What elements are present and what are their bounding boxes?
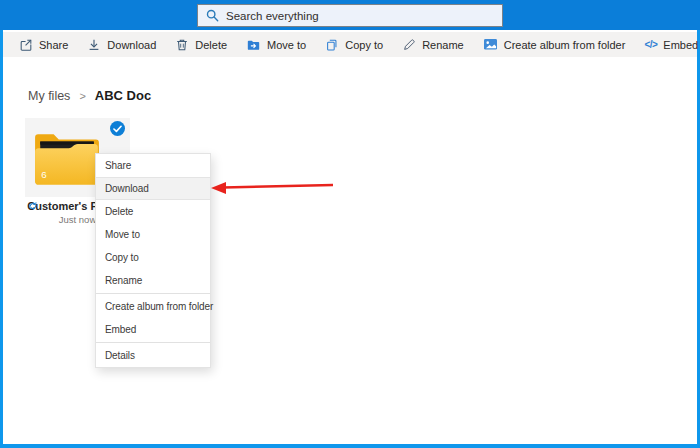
context-menu-item-share[interactable]: Share — [96, 154, 210, 177]
window-border-left — [0, 0, 3, 448]
toolbar-download-button[interactable]: Download — [87, 38, 156, 52]
breadcrumb-separator: > — [79, 90, 85, 102]
context-menu-item-embed[interactable]: Embed — [96, 318, 210, 341]
toolbar-embed-label: Embed — [663, 39, 698, 51]
top-app-bar — [0, 0, 700, 30]
share-icon — [19, 38, 33, 52]
selection-check-badge[interactable] — [110, 121, 125, 136]
move-to-icon — [246, 38, 261, 52]
toolbar-create-album-label: Create album from folder — [504, 39, 626, 51]
toolbar-move-to-label: Move to — [267, 39, 306, 51]
toolbar-share-label: Share — [39, 39, 68, 51]
folder-item-count: 6 — [41, 169, 46, 180]
search-icon — [206, 9, 219, 22]
search-box[interactable] — [197, 4, 503, 27]
toolbar-embed-button[interactable]: </> Embed — [644, 39, 698, 51]
sync-icon — [28, 197, 38, 215]
context-menu-item-move-to[interactable]: Move to — [96, 223, 210, 246]
toolbar-rename-label: Rename — [422, 39, 464, 51]
context-menu-item-create-album[interactable]: Create album from folder — [96, 295, 210, 318]
toolbar-delete-button[interactable]: Delete — [175, 38, 227, 52]
delete-icon — [175, 38, 189, 52]
check-icon — [113, 125, 122, 133]
onedrive-window: Share Download Delete Move — [0, 0, 700, 448]
download-icon — [87, 38, 101, 52]
album-icon — [483, 38, 498, 51]
toolbar-copy-to-button[interactable]: Copy to — [325, 38, 383, 52]
rename-icon — [402, 38, 416, 52]
breadcrumb: My files > ABC Doc — [28, 88, 151, 103]
embed-icon: </> — [644, 39, 657, 50]
context-menu-item-details[interactable]: Details — [96, 344, 210, 367]
search-input[interactable] — [226, 10, 494, 22]
toolbar-delete-label: Delete — [195, 39, 227, 51]
toolbar-download-label: Download — [107, 39, 156, 51]
window-border-bottom — [0, 444, 700, 448]
breadcrumb-current-folder[interactable]: ABC Doc — [95, 88, 151, 103]
context-menu: Share Download Delete Move to Copy to Re… — [95, 153, 211, 368]
context-menu-item-rename[interactable]: Rename — [96, 269, 210, 292]
toolbar-rename-button[interactable]: Rename — [402, 38, 464, 52]
toolbar-move-to-button[interactable]: Move to — [246, 38, 306, 52]
context-menu-item-delete[interactable]: Delete — [96, 200, 210, 223]
copy-to-icon — [325, 38, 339, 52]
toolbar-copy-to-label: Copy to — [345, 39, 383, 51]
context-menu-separator — [96, 293, 210, 294]
breadcrumb-my-files[interactable]: My files — [28, 89, 70, 103]
context-menu-separator — [96, 342, 210, 343]
toolbar-share-button[interactable]: Share — [19, 38, 68, 52]
folder-icon: 6 — [32, 127, 102, 193]
red-arrow-annotation — [209, 178, 337, 200]
context-menu-item-download[interactable]: Download — [96, 177, 210, 200]
context-menu-item-copy-to[interactable]: Copy to — [96, 246, 210, 269]
toolbar-create-album-button[interactable]: Create album from folder — [483, 38, 626, 51]
command-toolbar: Share Download Delete Move — [3, 32, 697, 57]
